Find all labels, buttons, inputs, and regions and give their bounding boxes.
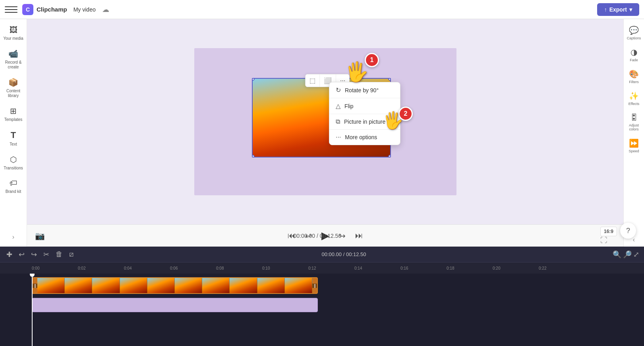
topbar: C Clipchamp My video ☁ ↑ Export ▾ [0,0,644,19]
sidebar-item-transitions[interactable]: ⬡ Transitions [2,152,25,174]
undo-button[interactable]: ↩ [17,249,26,260]
help-button[interactable]: ? [620,223,636,239]
transitions-icon: ⬡ [10,155,17,164]
sidebar-label-templates: Templates [4,117,23,122]
ruler-mark-1: 0:02 [78,266,124,270]
sidebar-label-brand-kit: Brand kit [6,189,21,194]
fade-icon: ◑ [630,47,637,57]
ruler-mark-8: 0:16 [400,266,447,270]
sidebar-item-record-create[interactable]: 📹 Record & create [2,46,25,73]
split-button[interactable]: ⧄ [68,249,75,260]
ruler-mark-10: 0:20 [493,266,539,270]
audio-track-clip[interactable] [32,298,318,312]
ruler-mark-0: 0:00 [32,266,78,270]
audio-track-content [32,297,644,315]
filters-icon: 🎨 [629,69,639,79]
cut-button[interactable]: ✂ [42,249,51,260]
left-sidebar: 🖼 Your media 📹 Record & create 📦 Content… [0,19,27,247]
sidebar-label-text: Text [10,142,17,147]
zoom-out-button[interactable]: 🔍 [613,250,621,259]
video-title[interactable]: My video [73,6,96,13]
sidebar-label-transitions: Transitions [4,166,23,171]
resize-handle-br[interactable] [388,155,391,157]
resize-handle-tr[interactable] [388,78,391,81]
flip-label: Flip [344,103,354,109]
ruler-mark-5: 0:10 [262,266,308,270]
sidebar-item-your-media[interactable]: 🖼 Your media [2,22,25,44]
flip-icon: △ [336,102,340,110]
fit-timeline-button[interactable]: ⤢ [633,250,639,259]
resize-handle-bl[interactable] [252,155,255,157]
playhead[interactable] [32,274,33,346]
export-icon: ↑ [604,6,607,13]
hand-cursor-2: 🖐 [383,111,403,130]
sidebar-item-content-library[interactable]: 📦 Content library [2,74,25,101]
text-icon: T [11,130,16,140]
cloud-save-icon: ☁ [102,5,109,14]
sidebar-expand-button[interactable]: › [2,231,25,243]
screenshot-button[interactable]: 📷 [33,229,46,242]
adjust-colors-label: Adjust colors [626,123,642,131]
sidebar-label-record-create: Record & create [3,60,24,70]
fade-label: Fade [630,58,638,62]
sidebar-item-text[interactable]: T Text [2,127,25,150]
canvas-area[interactable]: ⬚ ⬜ ··· ↻ Rotate by 90° △ Flip ⧉ Pictur [27,19,623,224]
captions-label: Captions [627,36,641,40]
video-clip-right-handle[interactable]: ‖ [312,284,317,288]
timeline-time-display: 00:00.00 / 00:12.50 [321,251,366,257]
annotation-1: 1 🖐 [345,53,385,93]
fullscreen-button[interactable]: ⛶ [600,236,607,244]
sidebar-label-content-library: Content library [3,89,24,98]
rotate-icon: ↻ [336,86,341,94]
right-sidebar-captions[interactable]: 💬 Captions [625,22,644,43]
effects-label: Effects [629,102,639,106]
playback-right-controls: 16:9 ⛶ [600,227,617,245]
video-track-clip[interactable]: ‖ ‖ [32,277,318,294]
sidebar-item-brand-kit[interactable]: 🏷 Brand kit [2,175,25,197]
video-frame-6 [175,278,202,293]
ruler-mark-3: 0:06 [170,266,216,270]
your-media-icon: 🖼 [10,25,17,35]
aspect-ratio-badge[interactable]: 16:9 [600,227,617,236]
hand-cursor-1: 🖐 [345,61,369,83]
export-button[interactable]: ↑ Export ▾ [597,3,639,16]
timeline-toolbar: ✚ ↩ ↪ ✂ 🗑 ⧄ 00:00.00 / 00:12.50 🔍 🔎 ⤢ [0,247,644,262]
video-frame-3 [92,278,120,293]
crop-tool-button[interactable]: ⬚ [306,74,320,87]
more-options-icon: ··· [336,134,341,141]
redo-button[interactable]: ↪ [29,249,39,260]
sidebar-item-templates[interactable]: ⊞ Templates [2,103,25,125]
right-sidebar-adjust-colors[interactable]: 🎛 Adjust colors [625,110,644,134]
timeline-section: ✚ ↩ ↪ ✂ 🗑 ⧄ 00:00.00 / 00:12.50 🔍 🔎 ⤢ 0:… [0,247,644,346]
add-media-button[interactable]: ✚ [5,249,14,260]
right-sidebar-filters[interactable]: 🎨 Filters [625,66,644,87]
right-sidebar-effects[interactable]: ✨ Effects [625,88,644,109]
video-canvas [194,48,456,195]
resize-handle-tl[interactable] [252,78,255,81]
video-frame-9 [257,278,285,293]
right-sidebar-collapse[interactable]: ‹ [633,236,635,243]
video-frames [37,278,312,293]
center-panel: ⬚ ⬜ ··· ↻ Rotate by 90° △ Flip ⧉ Pictur [27,19,623,247]
audio-track-row [0,296,644,317]
skip-to-end-button[interactable]: ⏭ [354,229,365,242]
zoom-in-button[interactable]: 🔎 [623,250,632,259]
video-frame-4 [120,278,147,293]
video-frame-5 [147,278,175,293]
right-sidebar-speed[interactable]: ⏩ Speed [625,135,644,156]
video-frame-8 [230,278,257,293]
video-clip-left-handle[interactable]: ‖ [33,284,37,288]
effects-icon: ✨ [629,91,639,101]
hamburger-menu[interactable] [5,3,17,16]
delete-button[interactable]: 🗑 [54,249,64,260]
right-sidebar-fade[interactable]: ◑ Fade [625,44,644,65]
content-library-icon: 📦 [8,78,18,87]
video-frame-2 [65,278,92,293]
templates-icon: ⊞ [10,106,17,116]
video-frame-10 [285,278,312,293]
timeline-tracks[interactable]: ‖ ‖ [0,274,644,346]
adjust-colors-icon: 🎛 [630,113,638,122]
video-track-row: ‖ ‖ [0,275,644,296]
app-name: Clipchamp [37,6,67,13]
ruler-marks: 0:00 0:02 0:04 0:06 0:08 0:10 0:12 0:14 … [32,266,612,270]
